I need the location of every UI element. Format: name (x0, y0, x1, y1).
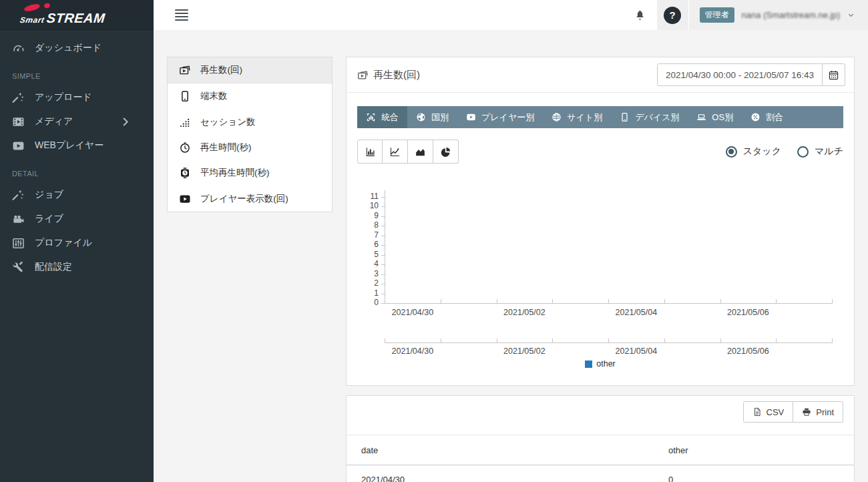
y-axis-tick (381, 303, 385, 304)
globe-grid-icon (552, 112, 562, 122)
csv-button[interactable]: CSV (743, 401, 794, 423)
tab-label: 国別 (431, 111, 449, 124)
brand-logo[interactable]: Smart STREAM (0, 0, 154, 30)
export-buttons: CSV Print (347, 396, 854, 423)
metric-item-play-count[interactable]: 再生数(回) (168, 57, 332, 83)
sidebar-item-live[interactable]: ライブ (0, 207, 154, 231)
y-axis-label: 11 (347, 192, 379, 202)
panel-header: 再生数(回) 2021/04/30 00:00 - 2021/05/07 16:… (347, 57, 854, 93)
logo-text-smart: Smart (19, 15, 45, 25)
tab-label: 統合 (381, 111, 399, 124)
table-header-row: date other (347, 435, 854, 465)
results-table: date other 2021/04/30 0 (347, 435, 854, 482)
logo-text-stream: STREAM (45, 11, 105, 25)
y-axis-tick (381, 284, 385, 284)
metric-menu: 再生数(回) 端末数 セッション数 (167, 57, 333, 212)
tab-by-site[interactable]: サイト別 (543, 106, 611, 128)
csv-button-label: CSV (767, 407, 785, 417)
sidebar-item-label: WEBプレイヤー (35, 140, 103, 152)
clock-icon (179, 142, 191, 154)
date-range-input[interactable]: 2021/04/30 00:00 - 2021/05/07 16:43 (657, 63, 823, 86)
radio-multi[interactable]: マルチ (797, 146, 843, 158)
sidebar-item-delivery-settings[interactable]: 配信設定 (0, 255, 154, 279)
sidebar-item-upload[interactable]: アップロード (0, 85, 154, 109)
x-axis-line (385, 303, 833, 304)
tab-label: プレイヤー別 (481, 111, 534, 124)
x-axis-tick (497, 299, 497, 303)
video-camera-icon (12, 213, 25, 226)
tab-by-country[interactable]: 国別 (407, 106, 457, 128)
sliders-icon (12, 237, 25, 250)
cell-date: 2021/04/30 (347, 465, 654, 482)
sidebar-item-media[interactable]: メディア (0, 109, 154, 134)
laptop-icon (696, 112, 706, 122)
sidebar-section-detail: DETAIL (0, 158, 154, 183)
help-button[interactable]: ? (656, 0, 688, 30)
tab-label: 割合 (766, 111, 783, 124)
navigator-tick (608, 338, 609, 342)
tab-label: デバイス別 (635, 111, 679, 124)
y-axis-label: 10 (347, 201, 379, 211)
user-menu[interactable]: 管理者 nana (Smartstream.ne.jp) (688, 0, 868, 30)
bar-chart-icon (365, 146, 376, 158)
metric-item-avg-play-time[interactable]: 平均再生時間(秒) (168, 160, 332, 186)
sidebar-item-dashboard[interactable]: ダッシュボード (0, 36, 154, 60)
sidebar-item-label: ジョブ (35, 189, 63, 201)
sidebar-item-webplayer[interactable]: WEBプレイヤー (0, 134, 154, 158)
metric-item-device-count[interactable]: 端末数 (168, 83, 332, 109)
menu-toggle-button[interactable] (175, 9, 188, 21)
content: 再生数(回) 端末数 セッション数 (154, 30, 868, 482)
radio-label: マルチ (815, 146, 843, 158)
metric-item-play-time[interactable]: 再生時間(秒) (168, 135, 332, 160)
magic-wand-icon (12, 189, 25, 202)
sidebar-item-profile[interactable]: プロファイル (0, 231, 154, 255)
percent-circle-icon (750, 112, 761, 122)
app: Smart STREAM ダッシュボード SIMPLE アップロード (0, 0, 868, 482)
metric-item-player-views[interactable]: プレイヤー表示数(回) (168, 186, 332, 212)
chart-controls: スタック マルチ (357, 140, 843, 164)
y-axis-label: 5 (347, 250, 379, 260)
navigator-tick (497, 338, 497, 342)
navigator-tick (832, 338, 833, 342)
sidebar-item-label: アップロード (35, 91, 92, 103)
legend-item[interactable]: other (585, 359, 616, 369)
radio-circle-icon (726, 146, 737, 158)
data-table-panel: CSV Print date other (346, 395, 855, 482)
radio-circle-icon (797, 146, 809, 158)
tab-ratio[interactable]: 割合 (742, 106, 792, 128)
metric-item-label: 端末数 (200, 90, 228, 102)
y-axis-label: 0 (347, 298, 379, 308)
calendar-button[interactable] (823, 63, 845, 86)
metric-item-session-count[interactable]: セッション数 (168, 109, 332, 135)
x-axis-label: 2021/05/04 (596, 308, 676, 317)
chart-type-area-button[interactable] (408, 140, 433, 164)
y-axis-label: 8 (347, 220, 379, 230)
chevron-down-icon (847, 11, 855, 19)
chevron-right-icon (119, 115, 132, 128)
notifications-button[interactable] (624, 0, 656, 30)
phone-icon (620, 112, 630, 122)
main-column: ? 管理者 nana (Smartstream.ne.jp) (154, 0, 868, 482)
chart-type-line-button[interactable] (383, 140, 408, 164)
y-axis-line (385, 190, 385, 304)
y-axis-label: 2 (347, 278, 379, 288)
navigator-axis-line (385, 342, 833, 343)
tab-by-os[interactable]: OS別 (688, 106, 742, 128)
chart-type-pie-button[interactable] (433, 140, 459, 164)
y-axis-tick (381, 236, 385, 236)
print-button[interactable]: Print (793, 401, 843, 423)
chart-type-bar-button[interactable] (357, 140, 383, 164)
sidebar-item-label: ライブ (35, 213, 63, 225)
print-button-label: Print (816, 407, 834, 417)
globe-icon (416, 112, 426, 122)
tab-by-player[interactable]: プレイヤー別 (457, 106, 543, 128)
topbar: ? 管理者 nana (Smartstream.ne.jp) (154, 0, 868, 30)
tab-integrated[interactable]: 統合 (357, 106, 407, 128)
y-axis-label: 4 (347, 259, 379, 269)
radio-stack[interactable]: スタック (726, 146, 781, 158)
tab-by-device[interactable]: デバイス別 (611, 106, 688, 128)
role-badge: 管理者 (700, 7, 734, 23)
phone-icon (179, 90, 191, 102)
panel-title: 再生数(回) (357, 69, 420, 81)
sidebar-item-job[interactable]: ジョブ (0, 183, 154, 207)
